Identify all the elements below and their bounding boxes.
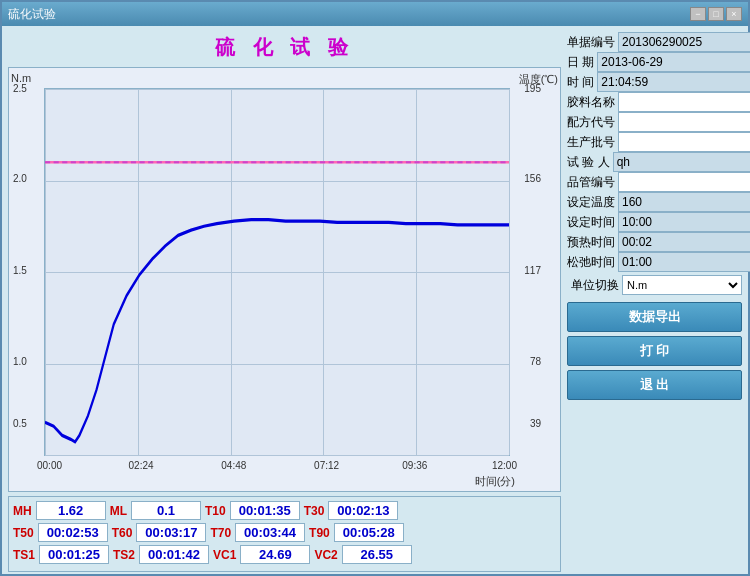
form-row-11: 松弛时间 <box>567 252 742 272</box>
form-input-3[interactable] <box>618 92 750 112</box>
form-row-5: 生产批号 <box>567 132 742 152</box>
form-row-6: 试 验 人 <box>567 152 742 172</box>
form-input-10[interactable] <box>618 232 750 252</box>
t70-value: 00:03:44 <box>235 523 305 542</box>
title-bar: 硫化试验 − □ × <box>2 2 748 26</box>
ml-value: 0.1 <box>131 501 201 520</box>
form-row-7: 品管编号 <box>567 172 742 192</box>
t90-value: 00:05:28 <box>334 523 404 542</box>
t50-label: T50 <box>13 526 34 540</box>
t30-label: T30 <box>304 504 325 518</box>
form-row-2: 时 间 <box>567 72 742 92</box>
print-button[interactable]: 打 印 <box>567 336 742 366</box>
right-buttons: 数据导出 打 印 退 出 <box>567 302 742 400</box>
form-label-0: 单据编号 <box>567 34 615 51</box>
form-row-10: 预热时间 <box>567 232 742 252</box>
form-row-4: 配方代号 <box>567 112 742 132</box>
chart-container: N.m 温度(℃) <box>8 67 561 492</box>
export-button[interactable]: 数据导出 <box>567 302 742 332</box>
mh-label: MH <box>13 504 32 518</box>
y-tick-right-117: 117 <box>524 265 541 276</box>
y-tick-right-195: 195 <box>524 83 541 94</box>
form-label-3: 胶料名称 <box>567 94 615 111</box>
x-tick-936: 09:36 <box>402 460 427 471</box>
form-input-1[interactable] <box>597 52 750 72</box>
x-tick-1200: 12:00 <box>492 460 517 471</box>
y-tick-15: 1.5 <box>13 265 27 276</box>
t10-value: 00:01:35 <box>230 501 300 520</box>
form-label-9: 设定时间 <box>567 214 615 231</box>
right-panel: 单据编号日 期时 间胶料名称配方代号生产批号试 验 人品管编号设定温度设定时间预… <box>567 32 742 572</box>
stats-row-1: MH 1.62 ML 0.1 T10 00:01:35 T30 00:02:13 <box>13 501 556 520</box>
y-tick-05: 0.5 <box>13 418 27 429</box>
stats-panel: MH 1.62 ML 0.1 T10 00:01:35 T30 00:02:13… <box>8 496 561 572</box>
y-tick-10: 1.0 <box>13 356 27 367</box>
x-tick-0: 00:00 <box>37 460 62 471</box>
x-tick-224: 02:24 <box>129 460 154 471</box>
form-input-7[interactable] <box>618 172 750 192</box>
unit-row: 单位切换 N.m <box>567 275 742 295</box>
ts1-label: TS1 <box>13 548 35 562</box>
title-bar-buttons: − □ × <box>690 7 742 21</box>
unit-label: 单位切换 <box>567 277 619 294</box>
y-tick-25: 2.5 <box>13 83 27 94</box>
main-window: 硫化试验 − □ × 硫 化 试 验 N.m 温度(℃) <box>0 0 750 576</box>
form-input-4[interactable] <box>618 112 750 132</box>
y-tick-20: 2.0 <box>13 173 27 184</box>
form-label-2: 时 间 <box>567 74 594 91</box>
form-label-10: 预热时间 <box>567 234 615 251</box>
form-label-1: 日 期 <box>567 54 594 71</box>
y-tick-right-156: 156 <box>524 173 541 184</box>
t30-value: 00:02:13 <box>328 501 398 520</box>
form-row-8: 设定温度 <box>567 192 742 212</box>
vc2-value: 26.55 <box>342 545 412 564</box>
x-axis-label: 时间(分) <box>475 474 515 489</box>
form-label-11: 松弛时间 <box>567 254 615 271</box>
form-input-11[interactable] <box>618 252 750 272</box>
form-input-2[interactable] <box>597 72 750 92</box>
t90-label: T90 <box>309 526 330 540</box>
ts2-value: 00:01:42 <box>139 545 209 564</box>
window-title: 硫化试验 <box>8 6 56 23</box>
form-label-7: 品管编号 <box>567 174 615 191</box>
main-content: 硫 化 试 验 N.m 温度(℃) <box>2 26 748 576</box>
ts1-value: 00:01:25 <box>39 545 109 564</box>
vc1-value: 24.69 <box>240 545 310 564</box>
y-tick-right-39: 39 <box>530 418 541 429</box>
x-tick-712: 07:12 <box>314 460 339 471</box>
form-label-8: 设定温度 <box>567 194 615 211</box>
stats-row-2: T50 00:02:53 T60 00:03:17 T70 00:03:44 T… <box>13 523 556 542</box>
chart-title: 硫 化 试 验 <box>8 32 561 63</box>
t50-value: 00:02:53 <box>38 523 108 542</box>
form-container: 单据编号日 期时 间胶料名称配方代号生产批号试 验 人品管编号设定温度设定时间预… <box>567 32 742 272</box>
form-row-0: 单据编号 <box>567 32 742 52</box>
form-row-1: 日 期 <box>567 52 742 72</box>
form-input-9[interactable] <box>618 212 750 232</box>
t60-value: 00:03:17 <box>136 523 206 542</box>
t70-label: T70 <box>210 526 231 540</box>
t10-label: T10 <box>205 504 226 518</box>
vc1-label: VC1 <box>213 548 236 562</box>
close-button[interactable]: × <box>726 7 742 21</box>
minimize-button[interactable]: − <box>690 7 706 21</box>
form-input-0[interactable] <box>618 32 750 52</box>
form-row-9: 设定时间 <box>567 212 742 232</box>
ts2-label: TS2 <box>113 548 135 562</box>
form-input-6[interactable] <box>613 152 750 172</box>
unit-select[interactable]: N.m <box>622 275 742 295</box>
stats-row-3: TS1 00:01:25 TS2 00:01:42 VC1 24.69 VC2 … <box>13 545 556 564</box>
left-panel: 硫 化 试 验 N.m 温度(℃) <box>8 32 561 572</box>
vc2-label: VC2 <box>314 548 337 562</box>
chart-plot-area: 2.5 2.0 1.5 1.0 0.5 195 156 117 78 39 00… <box>44 88 510 456</box>
ml-label: ML <box>110 504 127 518</box>
x-tick-448: 04:48 <box>221 460 246 471</box>
form-input-8[interactable] <box>618 192 750 212</box>
exit-button[interactable]: 退 出 <box>567 370 742 400</box>
y-tick-right-78: 78 <box>530 356 541 367</box>
chart-svg <box>45 89 509 455</box>
form-label-6: 试 验 人 <box>567 154 610 171</box>
t60-label: T60 <box>112 526 133 540</box>
mh-value: 1.62 <box>36 501 106 520</box>
form-input-5[interactable] <box>618 132 750 152</box>
maximize-button[interactable]: □ <box>708 7 724 21</box>
